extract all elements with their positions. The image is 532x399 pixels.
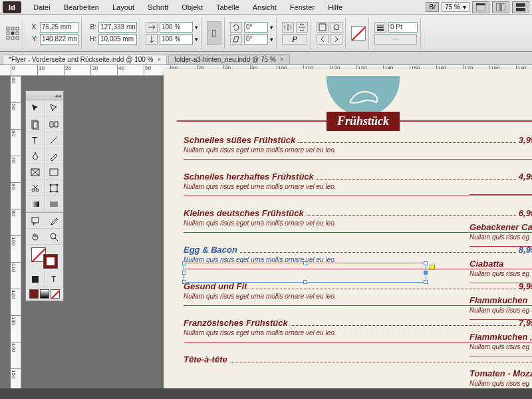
menu-item-name: Tomaten - Mozza — [469, 368, 532, 378]
hand-tool[interactable] — [26, 229, 45, 245]
pen-tool[interactable] — [26, 148, 45, 164]
menu-schrift[interactable]: Schrift — [141, 2, 175, 13]
document-tab-inactive[interactable]: folder-a3-hinten_neu.indd @ 75 %× — [168, 54, 289, 65]
menu-ansicht[interactable]: Ansicht — [246, 2, 283, 13]
svg-rect-1 — [476, 3, 485, 5]
apply-gradient-swatch[interactable] — [40, 289, 49, 299]
menu-bar: Id Datei Bearbeiten Layout Schrift Objek… — [0, 0, 532, 15]
close-icon[interactable]: × — [157, 56, 161, 63]
shear-input[interactable] — [244, 34, 268, 45]
menu-datei[interactable]: Datei — [27, 2, 57, 13]
tools-panel[interactable]: ◂◂ T T — [25, 90, 64, 301]
menu-hilfe[interactable]: Hilfe — [321, 2, 349, 13]
menu-fenster[interactable]: Fenster — [283, 2, 321, 13]
free-transform-tool[interactable] — [45, 180, 63, 196]
croissant-icon — [343, 82, 383, 109]
menu-item-price: 6,95 € — [519, 208, 532, 218]
chevron-down-icon[interactable]: ▾ — [195, 36, 198, 43]
chevron-down-icon[interactable]: ▾ — [270, 24, 273, 31]
screen-mode-button[interactable] — [472, 1, 489, 13]
svg-rect-37 — [31, 201, 39, 207]
stroke-style-dropdown[interactable] — [374, 34, 417, 45]
type-tool[interactable]: T — [26, 132, 45, 148]
gradient-swatch-tool[interactable] — [26, 196, 45, 212]
workspace-button[interactable] — [512, 1, 529, 13]
arrange-button[interactable] — [492, 1, 509, 13]
menu-item-name: Egg & Bacon — [184, 245, 237, 255]
ruler-vertical[interactable]: 405060708090100110120130140150160 — [11, 76, 21, 388]
header-ribbon: Frühstück — [327, 112, 400, 131]
fill-swatch[interactable] — [351, 26, 366, 41]
reference-point-icon[interactable] — [5, 26, 20, 41]
menu-item-desc: Nullam quis risus eget urna mollis ornar… — [184, 183, 532, 190]
apply-container-button[interactable] — [26, 271, 45, 287]
stroke-swatch[interactable] — [43, 254, 58, 269]
scale-y-input[interactable] — [160, 34, 193, 45]
apply-color-swatch[interactable] — [29, 289, 39, 299]
menu-item-name: Gebackener Cam — [469, 222, 532, 232]
rectangle-tool[interactable] — [45, 164, 63, 180]
select-next-icon[interactable] — [331, 34, 342, 45]
document-tab-active[interactable]: *Flyer - Vorderseite und Rückseite.indd … — [3, 54, 167, 65]
menu-item-dots — [298, 142, 516, 143]
fill-stroke-control[interactable] — [26, 245, 63, 271]
clear-transform-icon[interactable]: P — [282, 34, 307, 45]
rotate-input[interactable] — [244, 22, 268, 33]
pencil-tool[interactable] — [45, 148, 63, 164]
menu-item-row[interactable]: FlammkuchenNullam quis risus eg — [469, 295, 532, 320]
container-mode-button[interactable] — [207, 21, 221, 45]
direct-selection-tool[interactable] — [45, 100, 63, 116]
canvas-area[interactable]: 405060708090100110120130140150160 Frühst… — [11, 76, 532, 388]
zoom-value: 75 % — [445, 3, 460, 11]
scale-x-input[interactable] — [160, 22, 193, 33]
flip-h-icon[interactable] — [282, 22, 294, 33]
menu-item-row[interactable]: Schnelles herzhaftes Frühstück 4,95 €Nul… — [184, 172, 532, 196]
menu-item-row[interactable]: Schnelles süßes Frühstück 3,95 €Nullam q… — [184, 135, 532, 160]
menu-layout[interactable]: Layout — [106, 2, 141, 13]
menu-item-dots — [307, 215, 516, 216]
eyedropper-tool[interactable] — [45, 213, 63, 229]
menu-item-row[interactable]: Gebackener CamNullam quis risus eg — [469, 222, 532, 247]
select-container-icon[interactable] — [317, 22, 329, 33]
line-tool[interactable] — [45, 132, 63, 148]
select-prev-icon[interactable] — [317, 34, 329, 45]
menu-objekt[interactable]: Objekt — [175, 2, 209, 13]
select-content-icon[interactable] — [331, 22, 342, 33]
menu-item-rule — [184, 159, 532, 160]
gradient-feather-tool[interactable] — [45, 196, 63, 212]
app-logo: Id — [3, 1, 21, 13]
w-input[interactable] — [98, 22, 137, 33]
page-tool[interactable] — [26, 116, 45, 132]
chevron-down-icon[interactable]: ▾ — [195, 24, 198, 31]
gap-tool[interactable] — [45, 116, 63, 132]
close-icon[interactable]: × — [280, 56, 284, 63]
menu-item-name: Flammkuchen — [469, 295, 527, 305]
x-input[interactable] — [40, 22, 78, 33]
flip-v-icon[interactable] — [296, 22, 308, 33]
svg-rect-39 — [32, 217, 39, 223]
collapse-icon[interactable]: ◂◂ — [55, 92, 61, 99]
apply-text-button[interactable]: T — [45, 271, 63, 287]
zoom-tool[interactable] — [45, 229, 63, 245]
y-input[interactable] — [40, 34, 78, 45]
svg-rect-9 — [7, 32, 9, 35]
menu-item-row[interactable]: Tomaten - MozzaNullam quis risus eg — [469, 368, 532, 388]
scale-x-icon — [146, 22, 158, 33]
menu-bearbeiten[interactable]: Bearbeiten — [57, 2, 106, 13]
zoom-dropdown[interactable]: 75 %▾ — [442, 2, 469, 12]
apply-none-swatch[interactable] — [51, 289, 60, 299]
chevron-down-icon[interactable]: ▾ — [270, 36, 273, 43]
note-tool[interactable] — [26, 213, 45, 229]
h-input[interactable] — [98, 34, 137, 45]
menu-item-row[interactable]: CiabattaNullam quis risus eg — [469, 259, 532, 283]
rectangle-frame-tool[interactable] — [26, 164, 45, 180]
tools-panel-header[interactable]: ◂◂ — [26, 91, 63, 100]
menu-item-row[interactable]: Flammkuchen „PNullam quis risus eg — [469, 332, 532, 356]
stroke-weight-input[interactable] — [388, 22, 418, 33]
svg-point-17 — [334, 25, 339, 30]
menu-item-name: Ciabatta — [469, 259, 503, 269]
selection-tool[interactable] — [26, 100, 45, 116]
menu-tabelle[interactable]: Tabelle — [209, 2, 246, 13]
bridge-button[interactable]: Br — [426, 2, 439, 12]
scissors-tool[interactable] — [26, 180, 45, 196]
